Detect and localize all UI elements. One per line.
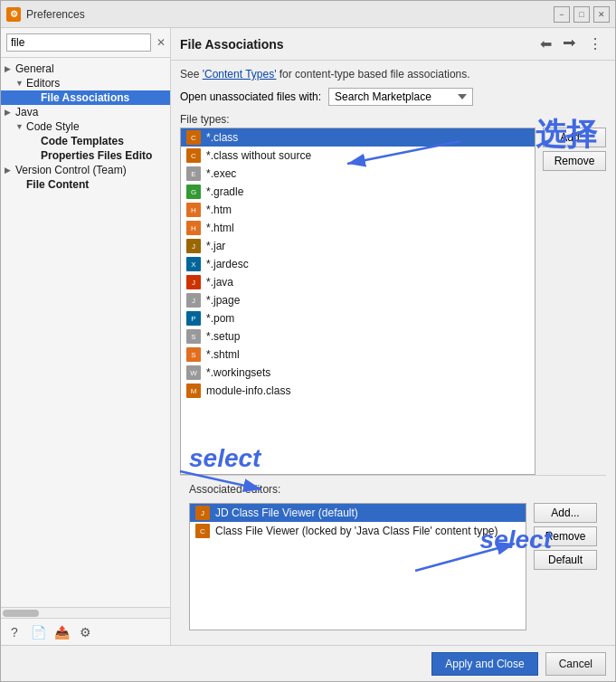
marketplace-dropdown[interactable]: Search Marketplace bbox=[328, 88, 473, 106]
file-type-name: *.pom bbox=[206, 312, 234, 325]
content-types-link[interactable]: 'Content Types' bbox=[203, 68, 277, 81]
horizontal-scrollbar[interactable] bbox=[1, 607, 170, 618]
list-item[interactable]: J *.jar bbox=[181, 237, 535, 255]
title-bar: ⚙ Preferences − □ ✕ bbox=[1, 1, 615, 28]
file-types-label: File types: bbox=[180, 113, 606, 126]
maximize-button[interactable]: □ bbox=[573, 6, 590, 23]
java-file-icon: J bbox=[186, 275, 201, 289]
file-type-name: *.exec bbox=[206, 167, 236, 180]
list-item[interactable]: S *.setup bbox=[181, 327, 535, 346]
cancel-button[interactable]: Cancel bbox=[545, 652, 606, 676]
add-editor-button[interactable]: Add... bbox=[534, 503, 597, 523]
list-item[interactable]: W *.workingsets bbox=[181, 364, 535, 382]
sidebar-item-java[interactable]: ▶ Java bbox=[1, 105, 170, 119]
sidebar-item-file-content[interactable]: ▶ File Content bbox=[1, 177, 170, 192]
sidebar-item-label: File Associations bbox=[41, 91, 129, 104]
main-content: ✕ ▶ General ▼ Editors ▶ File Association… bbox=[1, 28, 615, 645]
jd-viewer-icon: J bbox=[195, 506, 210, 520]
app-icon: ⚙ bbox=[6, 7, 21, 22]
list-item[interactable]: X *.jardesc bbox=[181, 255, 535, 273]
associated-editors-section: Associated editors: J JD Class File View… bbox=[180, 475, 606, 638]
list-item[interactable]: J *.java bbox=[181, 273, 535, 291]
shtml-file-icon: S bbox=[186, 347, 201, 362]
sidebar-item-label: Properties Files Edito bbox=[41, 149, 152, 162]
module-info-file-icon: M bbox=[186, 384, 201, 398]
add-file-type-button[interactable]: Add... bbox=[543, 128, 606, 147]
list-item[interactable]: C Class File Viewer (locked by 'Java Cla… bbox=[190, 522, 526, 540]
remove-editor-button[interactable]: Remove bbox=[534, 526, 597, 546]
list-item[interactable]: C *.class bbox=[181, 128, 535, 147]
list-item[interactable]: E *.exec bbox=[181, 165, 535, 183]
right-panel: 选择 select select File Associations ⬅ ⮕ ⋮ bbox=[171, 28, 615, 645]
window-title: Preferences bbox=[26, 8, 85, 21]
title-bar-left: ⚙ Preferences bbox=[6, 7, 85, 22]
search-clear-button[interactable]: ✕ bbox=[155, 36, 167, 49]
search-input[interactable] bbox=[6, 33, 151, 52]
list-item[interactable]: J JD Class File Viewer (default) bbox=[190, 504, 526, 522]
sidebar-item-label: Code Templates bbox=[41, 135, 124, 147]
setup-file-icon: S bbox=[186, 329, 201, 344]
sidebar-item-label: Version Control (Team) bbox=[15, 164, 127, 176]
minimize-button[interactable]: − bbox=[554, 6, 570, 23]
jar-file-icon: J bbox=[186, 239, 201, 253]
list-item[interactable]: G *.gradle bbox=[181, 183, 535, 201]
sidebar-item-properties-files[interactable]: ▶ Properties Files Edito bbox=[1, 148, 170, 163]
sidebar-item-file-associations[interactable]: ▶ File Associations bbox=[1, 90, 170, 105]
spacer-icon: ▶ bbox=[30, 137, 41, 146]
spacer-icon: ▶ bbox=[30, 151, 41, 160]
class-viewer-icon: C bbox=[195, 524, 210, 538]
file-types-row: C *.class C *.class without source E *.e… bbox=[180, 128, 606, 475]
more-options-button[interactable]: ⋮ bbox=[584, 33, 606, 54]
forward-button[interactable]: ⮕ bbox=[559, 34, 581, 54]
content-sections: File types: C *.class C *.class bbox=[180, 113, 606, 638]
default-editor-button[interactable]: Default bbox=[534, 550, 597, 570]
file-type-name: *.class bbox=[206, 131, 238, 144]
file-type-name: *.class without source bbox=[206, 149, 311, 162]
file-type-name: *.gradle bbox=[206, 185, 243, 198]
apply-close-button[interactable]: Apply and Close bbox=[431, 652, 537, 676]
list-item[interactable]: C *.class without source bbox=[181, 147, 535, 165]
associated-editors-list[interactable]: J JD Class File Viewer (default) C Class… bbox=[189, 503, 526, 630]
settings-icon[interactable]: ⚙ bbox=[77, 624, 93, 640]
remove-file-type-button[interactable]: Remove bbox=[543, 151, 606, 171]
chevron-down-icon: ▼ bbox=[15, 122, 26, 131]
chevron-right-icon: ▶ bbox=[5, 64, 15, 73]
list-item[interactable]: H *.html bbox=[181, 219, 535, 237]
file-types-section: File types: C *.class C *.class bbox=[180, 113, 606, 475]
sidebar-item-code-style[interactable]: ▼ Code Style bbox=[1, 119, 170, 134]
file-types-list[interactable]: C *.class C *.class without source E *.e… bbox=[180, 128, 535, 475]
jardesc-file-icon: X bbox=[186, 257, 201, 271]
class-file-icon: C bbox=[186, 130, 201, 145]
chevron-down-icon: ▼ bbox=[15, 79, 26, 88]
list-item[interactable]: M module-info.class bbox=[181, 382, 535, 400]
export-icon[interactable]: 📤 bbox=[53, 624, 70, 640]
file-type-name: *.shtml bbox=[206, 348, 240, 361]
pom-file-icon: P bbox=[186, 311, 201, 326]
panel-title: File Associations bbox=[180, 37, 284, 52]
list-item[interactable]: J *.jpage bbox=[181, 291, 535, 309]
scroll-thumb[interactable] bbox=[3, 610, 39, 617]
file-types-buttons: Add... Remove bbox=[543, 128, 606, 475]
open-unassociated-row: Open unassociated files with: Search Mar… bbox=[180, 88, 606, 106]
close-button[interactable]: ✕ bbox=[593, 6, 610, 23]
list-item[interactable]: P *.pom bbox=[181, 309, 535, 327]
workingsets-file-icon: W bbox=[186, 365, 201, 380]
list-item[interactable]: H *.htm bbox=[181, 201, 535, 219]
back-button[interactable]: ⬅ bbox=[536, 33, 555, 54]
gradle-file-icon: G bbox=[186, 185, 201, 199]
file-type-name: *.jar bbox=[206, 240, 225, 252]
window-controls: − □ ✕ bbox=[554, 6, 610, 23]
file-type-name: *.jardesc bbox=[206, 258, 249, 270]
sidebar-item-editors[interactable]: ▼ Editors bbox=[1, 76, 170, 90]
editor-name: JD Class File Viewer (default) bbox=[215, 507, 358, 519]
sidebar-item-general[interactable]: ▶ General bbox=[1, 62, 170, 76]
file-type-name: *.htm bbox=[206, 204, 232, 216]
editor-name: Class File Viewer (locked by 'Java Class… bbox=[215, 525, 498, 537]
spacer-icon: ▶ bbox=[15, 180, 26, 189]
sidebar-item-label: Code Style bbox=[26, 120, 80, 133]
sidebar-item-code-templates[interactable]: ▶ Code Templates bbox=[1, 134, 170, 148]
list-item[interactable]: S *.shtml bbox=[181, 346, 535, 364]
document-icon[interactable]: 📄 bbox=[30, 624, 46, 640]
help-icon[interactable]: ? bbox=[6, 624, 23, 640]
sidebar-item-version-control[interactable]: ▶ Version Control (Team) bbox=[1, 163, 170, 177]
